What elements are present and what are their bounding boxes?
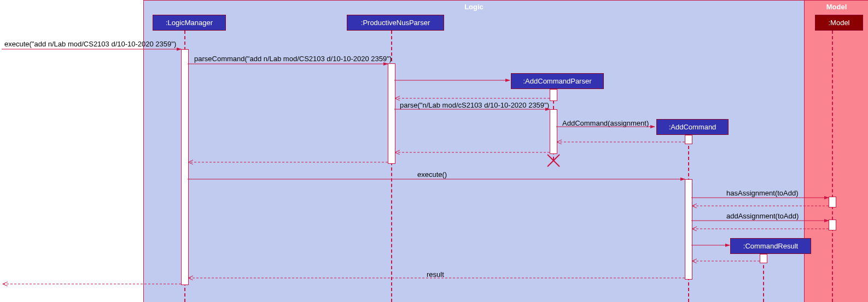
participant-productive-nus-parser: :ProductiveNusParser: [347, 15, 444, 31]
frame-logic-label: Logic: [464, 3, 483, 11]
activation-acp-create: [550, 89, 557, 101]
participant-command-result: :CommandResult: [730, 238, 811, 254]
lifeline-model: [832, 31, 833, 302]
msg-execute-in: execute("add n/Lab mod/CS2103 d/10-10-20…: [4, 40, 176, 48]
msg-parse-command: parseCommand("add n/Lab mod/CS2103 d/10-…: [194, 55, 392, 63]
msg-execute: execute(): [417, 170, 447, 179]
msg-add-assignment: addAssignment(toAdd): [726, 212, 799, 220]
msg-has-assignment: hasAssignment(toAdd): [726, 189, 799, 197]
activation-acp-parse: [550, 109, 557, 154]
activation-model-add: [829, 220, 836, 230]
msg-result: result: [427, 270, 444, 279]
frame-model: Model: [804, 0, 868, 302]
activation-logic-manager: [181, 49, 189, 285]
activation-command-result: [760, 254, 767, 263]
participant-model: :Model: [815, 15, 863, 31]
participant-logic-manager: :LogicManager: [153, 15, 226, 31]
activation-addcmd-create: [685, 135, 692, 144]
msg-parse: parse("n/Lab mod/cS2103 d/10-10-2020 235…: [400, 101, 549, 109]
activation-addcmd-exec: [685, 179, 692, 280]
participant-add-command: :AddCommand: [656, 119, 729, 135]
activation-model-has: [829, 197, 836, 208]
msg-add-command: AddCommand(assignment): [562, 119, 649, 127]
activation-parser: [388, 63, 395, 164]
frame-logic: Logic: [143, 0, 805, 302]
participant-add-command-parser: :AddCommandParser: [511, 73, 604, 89]
frame-model-label: Model: [826, 3, 847, 11]
